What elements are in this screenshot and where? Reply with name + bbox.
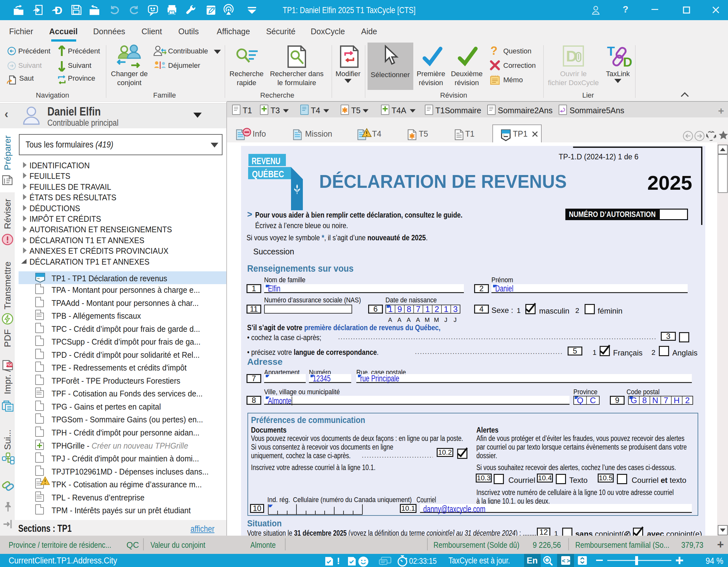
svg-text:PDF: PDF [6, 363, 13, 367]
svg-text:×: × [37, 277, 39, 280]
svg-text:×: × [503, 134, 505, 137]
svg-text:D: D [566, 48, 577, 65]
svg-text:1: 1 [171, 11, 173, 15]
